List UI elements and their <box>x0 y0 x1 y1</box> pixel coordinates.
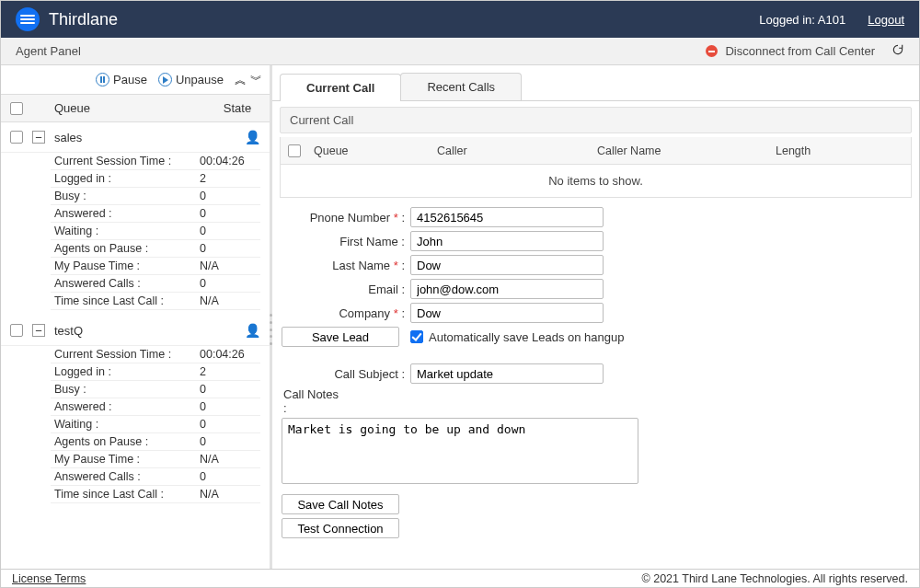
brand-name: Thirdlane <box>49 10 118 29</box>
phone-label: Pnone Number * : <box>282 211 410 225</box>
left-toolbar: Pause Unpause ︽ ︾ <box>1 65 270 95</box>
section-header: Current Call <box>280 107 912 133</box>
agent-online-icon: 👤 <box>245 323 260 338</box>
no-items-message: No items to show. <box>280 165 912 198</box>
tabs: Current Call Recent Calls <box>272 65 919 101</box>
auto-save-label: Automatically save Leads on hangup <box>429 330 624 344</box>
current-call-table-header: Queue Caller Caller Name Length <box>280 137 912 165</box>
subject-input[interactable] <box>410 363 604 384</box>
copyright: © 2021 Third Lane Technologies. All righ… <box>642 572 908 585</box>
topbar: Thirdlane Logged in: A101 Logout <box>1 1 919 38</box>
footer: License Terms © 2021 Third Lane Technolo… <box>1 569 919 587</box>
tab-recent-calls[interactable]: Recent Calls <box>400 73 522 100</box>
disconnect-link[interactable]: Disconnect from Call Center <box>725 44 875 58</box>
unpause-button[interactable]: Unpause <box>158 73 224 86</box>
tab-current-call[interactable]: Current Call <box>280 74 401 101</box>
col-length: Length <box>776 144 886 157</box>
subject-label: Call Subject : <box>282 367 410 381</box>
expand-all-icon[interactable]: ︾ <box>250 74 262 86</box>
pause-button[interactable]: Pause <box>96 73 147 86</box>
page-title: Agent Panel <box>16 44 81 58</box>
collapse-toggle-icon[interactable]: − <box>32 324 45 337</box>
agent-online-icon: 👤 <box>245 130 260 144</box>
queue-name: sales <box>54 131 236 144</box>
first-name-label: First Name : <box>282 235 410 248</box>
first-name-input[interactable] <box>410 231 604 251</box>
save-lead-button[interactable]: Save Lead <box>282 327 399 347</box>
queue-stats: Current Session Time :00:04:26 Logged in… <box>1 153 270 316</box>
refresh-icon[interactable] <box>891 43 904 59</box>
email-input[interactable] <box>410 279 604 299</box>
col-queue: Queue <box>314 144 424 157</box>
pause-icon <box>96 73 109 86</box>
last-name-input[interactable] <box>410 255 604 275</box>
col-state: State <box>214 101 260 115</box>
brand-logo-icon <box>16 7 40 31</box>
logged-in-label: Logged in: A101 <box>759 13 845 27</box>
select-all-checkbox[interactable] <box>10 102 23 115</box>
phone-input[interactable] <box>410 207 604 227</box>
queue-name: testQ <box>54 324 236 338</box>
select-all-checkbox[interactable] <box>288 144 301 157</box>
license-link[interactable]: License Terms <box>12 572 86 585</box>
collapse-toggle-icon[interactable]: − <box>32 131 45 144</box>
notes-label: Call Notes : <box>282 387 344 415</box>
collapse-all-icon[interactable]: ︽ <box>235 74 247 86</box>
queue-checkbox[interactable] <box>10 131 23 144</box>
company-label: Company * : <box>282 306 410 320</box>
auto-save-checkbox[interactable] <box>410 330 423 343</box>
last-name-label: Last Name * : <box>282 259 410 272</box>
lead-form: Pnone Number * : First Name : Last Name … <box>272 198 919 542</box>
subbar: Agent Panel Disconnect from Call Center <box>1 38 919 65</box>
play-icon <box>158 73 172 86</box>
email-label: Email : <box>282 282 410 296</box>
splitter-handle-icon[interactable] <box>270 314 275 345</box>
save-notes-button[interactable]: Save Call Notes <box>282 494 399 514</box>
disconnect-icon <box>706 45 718 57</box>
col-queue: Queue <box>36 101 201 115</box>
notes-textarea[interactable] <box>282 418 638 484</box>
col-caller-name: Caller Name <box>597 144 763 157</box>
queue-row-sales: − sales 👤 Current Session Time :00:04:26… <box>1 122 270 316</box>
col-caller: Caller <box>437 144 584 157</box>
queue-checkbox[interactable] <box>10 324 23 337</box>
logout-link[interactable]: Logout <box>868 13 904 27</box>
left-panel: Pause Unpause ︽ ︾ Queue State − sales 👤 … <box>1 65 272 571</box>
test-connection-button[interactable]: Test Connection <box>282 518 399 538</box>
queue-stats: Current Session Time :00:04:26 Logged in… <box>1 346 270 509</box>
queue-grid-header: Queue State <box>1 95 270 122</box>
queue-row-testq: − testQ 👤 Current Session Time :00:04:26… <box>1 316 270 509</box>
company-input[interactable] <box>410 303 604 323</box>
right-panel: Current Call Recent Calls Current Call Q… <box>272 65 919 571</box>
